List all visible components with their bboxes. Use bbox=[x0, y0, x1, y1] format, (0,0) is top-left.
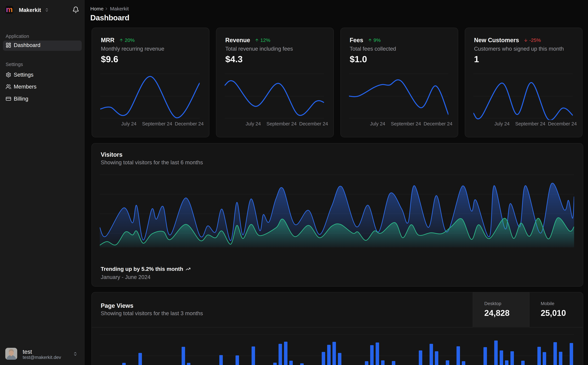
svg-text:m: m bbox=[6, 6, 13, 14]
